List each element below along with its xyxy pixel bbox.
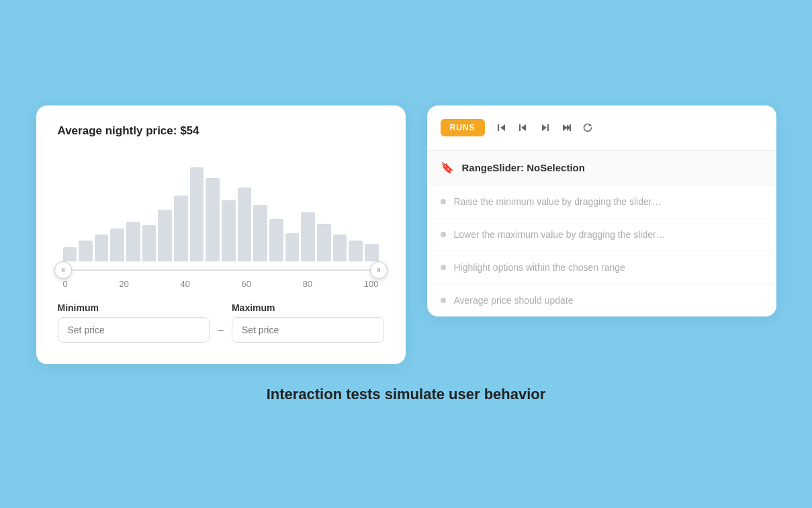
chart-bar [317, 224, 331, 261]
test-step-row-4: Average price should update [427, 284, 776, 316]
chart-bar [238, 187, 252, 261]
chart-bar [158, 210, 172, 261]
svg-rect-4 [498, 124, 499, 131]
svg-rect-3 [379, 268, 380, 272]
svg-rect-0 [62, 268, 63, 272]
chart-bar [63, 247, 77, 261]
cards-row: Average nightly price: $54 [36, 105, 776, 364]
maximum-label: Maximum [232, 302, 384, 313]
svg-rect-9 [547, 124, 549, 131]
test-step-row-3: Highlight options within the chosen rang… [427, 251, 776, 284]
axis-label-60: 60 [242, 279, 251, 289]
skip-end-button[interactable] [556, 118, 576, 138]
left-card: Average nightly price: $54 [36, 105, 406, 364]
dash-separator: – [210, 324, 232, 343]
minimum-label: Minimum [58, 302, 210, 313]
chart-bar [190, 167, 204, 261]
chart-bar [79, 241, 93, 261]
bookmark-icon: 🔖 [441, 161, 454, 174]
svg-rect-2 [377, 268, 379, 272]
chart-bar [269, 219, 283, 261]
svg-marker-7 [521, 124, 526, 131]
axis-label-80: 80 [303, 279, 312, 289]
test-name-row: 🔖 RangeSlider: NoSelection [427, 151, 776, 185]
chart-bar [174, 196, 188, 261]
svg-rect-12 [570, 124, 571, 131]
minimum-group: Minimum [58, 302, 210, 343]
chart-bar [110, 228, 124, 261]
chart-bar [95, 235, 109, 261]
dot-icon-3 [441, 265, 446, 270]
price-value: $54 [180, 124, 199, 137]
test-step-2: Lower the maximum value by dragging the … [454, 229, 666, 240]
axis-labels: 0 20 40 60 80 100 [58, 279, 384, 289]
svg-rect-6 [519, 124, 521, 131]
chart-bar [142, 225, 156, 261]
chart-bar [285, 233, 300, 261]
chart-area [58, 154, 384, 261]
svg-marker-10 [563, 124, 568, 131]
refresh-button[interactable] [578, 118, 598, 138]
chart-bar [126, 222, 140, 261]
main-content: Average nightly price: $54 [36, 105, 776, 403]
skip-start-button[interactable] [492, 118, 512, 138]
chart-bar [253, 205, 267, 261]
dot-icon-4 [441, 298, 446, 303]
chart-bar [349, 241, 363, 261]
footer-text: Interaction tests simulate user behavior [267, 386, 546, 403]
svg-rect-1 [63, 268, 64, 272]
step-back-button[interactable] [513, 118, 533, 138]
maximum-input[interactable] [232, 317, 384, 343]
runs-badge[interactable]: RUNS [441, 119, 485, 136]
svg-marker-8 [542, 124, 547, 131]
price-label: Average nightly price: [58, 124, 181, 137]
test-step-row-2: Lower the maximum value by dragging the … [427, 218, 776, 251]
axis-label-20: 20 [119, 279, 128, 289]
svg-marker-5 [500, 124, 505, 131]
inputs-row: Minimum – Maximum [58, 302, 384, 343]
right-card: RUNS [427, 105, 776, 316]
maximum-group: Maximum [232, 302, 384, 343]
step-forward-button[interactable] [535, 118, 555, 138]
test-step-1: Raise the minimum value by dragging the … [454, 196, 662, 207]
minimum-input[interactable] [58, 317, 210, 343]
axis-label-100: 100 [364, 279, 379, 289]
chart-bar [301, 212, 315, 261]
slider-handle-right[interactable] [370, 261, 388, 279]
test-step-4: Average price should update [454, 295, 574, 306]
test-header: RUNS [427, 105, 776, 151]
axis-label-0: 0 [63, 279, 68, 289]
chart-bar [333, 235, 347, 261]
price-title: Average nightly price: $54 [58, 124, 384, 138]
dot-icon-1 [441, 199, 446, 204]
dot-icon-2 [441, 232, 446, 237]
test-step-3: Highlight options within the chosen rang… [454, 262, 625, 273]
chart-bar [365, 244, 379, 261]
chart-bar [206, 178, 220, 261]
axis-label-40: 40 [180, 279, 189, 289]
test-name: RangeSlider: NoSelection [462, 162, 585, 173]
test-step-row-1: Raise the minimum value by dragging the … [427, 185, 776, 218]
slider-handle-left[interactable] [54, 261, 72, 279]
control-buttons [492, 118, 598, 138]
chart-bar [222, 200, 236, 261]
